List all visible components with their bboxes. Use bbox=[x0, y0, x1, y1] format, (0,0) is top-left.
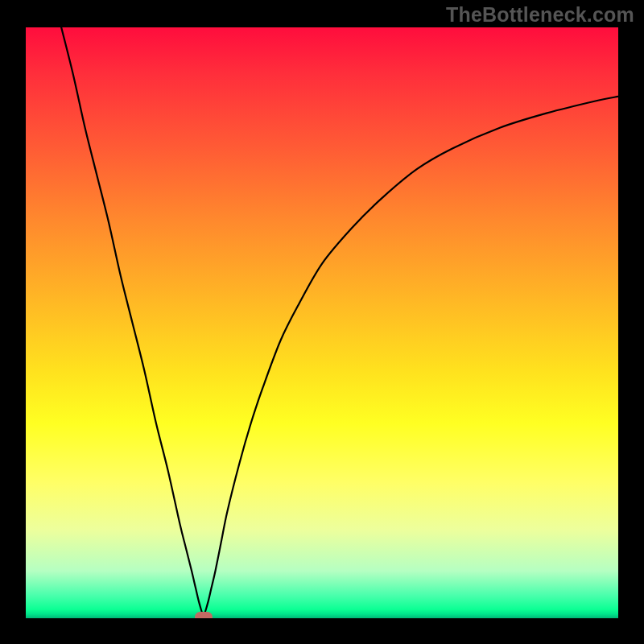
minimum-marker bbox=[195, 612, 213, 618]
plot-area bbox=[26, 27, 618, 618]
chart-frame: TheBottleneck.com bbox=[0, 0, 644, 644]
curve-line bbox=[26, 27, 618, 618]
watermark-text: TheBottleneck.com bbox=[446, 3, 634, 27]
